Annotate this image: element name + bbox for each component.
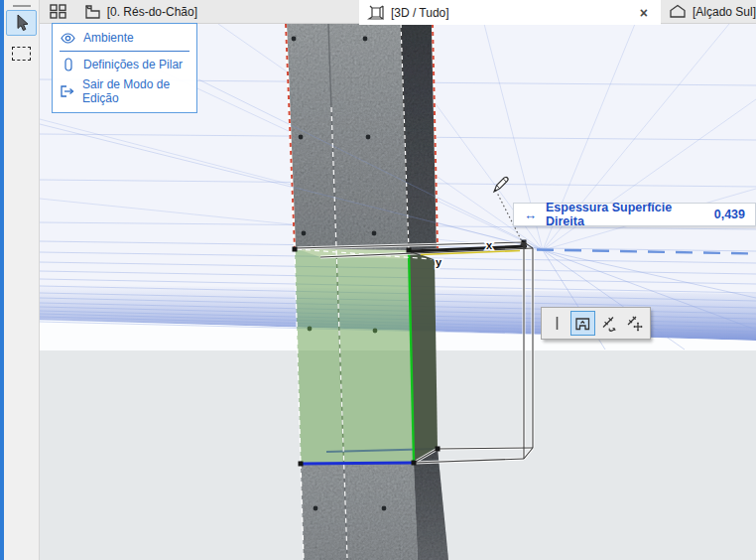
marquee-tool-button[interactable]	[6, 41, 37, 67]
tab-label: [0. Rés-do-Chão]	[107, 5, 197, 19]
menu-item-label: Sair de Modo de Edição	[82, 77, 189, 105]
exit-icon	[61, 85, 74, 97]
arrow-cursor-icon	[13, 14, 31, 33]
pet-stretch-edge-tool[interactable]	[596, 311, 621, 336]
tab-3d-all[interactable]: [3D / Tudo] ×	[359, 0, 661, 25]
offset-edge-icon	[573, 314, 592, 333]
y-axis-label: y	[436, 256, 442, 268]
pet-offset-edge-tool[interactable]	[570, 311, 595, 336]
pet-move-edge-tool[interactable]	[622, 311, 647, 336]
pet-edge-line-tool[interactable]	[545, 311, 569, 336]
tab-label: [Alçado Sul]	[693, 5, 756, 19]
x-axis-label: x	[486, 239, 493, 251]
menu-item-label: Definições de Pilar	[83, 58, 183, 71]
menu-item-exit-edit-mode[interactable]: Sair de Modo de Edição	[53, 74, 196, 108]
edge-line-icon	[548, 314, 567, 333]
pet-palette	[541, 307, 651, 340]
application-window: x y	[0, 0, 756, 560]
tab-floor-plan[interactable]: [0. Rés-do-Chão]	[76, 0, 359, 23]
tab-label: [3D / Tudo]	[391, 6, 449, 20]
double-arrow-icon: ↔	[524, 208, 537, 222]
quad-view-button[interactable]	[40, 0, 76, 23]
floor-plan-icon	[84, 4, 101, 19]
toolbox-drag-handle[interactable]	[13, 5, 31, 7]
cube-3d-icon	[367, 4, 385, 21]
select-tool-button[interactable]	[6, 10, 37, 36]
toolbox-panel	[0, 0, 40, 560]
edit-context-menu: Ambiente Definições de Pilar Sair de Mod…	[52, 23, 197, 113]
elevation-icon	[669, 4, 687, 19]
tab-bar: [0. Rés-do-Chão] [3D / Tudo] × [Alçado S…	[40, 0, 756, 24]
tab-close-icon[interactable]: ×	[640, 6, 648, 20]
move-edge-icon	[625, 314, 644, 333]
menu-item-ambiente[interactable]: Ambiente	[53, 28, 196, 48]
tab-elevation-south[interactable]: [Alçado Sul]	[661, 0, 756, 23]
tracker-tooltip: ↔ Espessura Superfície Direita 0,439	[513, 203, 756, 226]
menu-separator	[60, 51, 189, 52]
edit-highlight-green[interactable]	[295, 248, 438, 464]
menu-item-column-settings[interactable]: Definições de Pilar	[53, 55, 196, 74]
toolbox-accent-strip	[0, 0, 4, 560]
eye-icon	[61, 33, 75, 44]
tracker-value: 0,439	[714, 208, 745, 221]
stretch-edge-icon	[599, 314, 618, 333]
profile-blue-edge[interactable]	[301, 463, 414, 464]
column-icon	[61, 58, 75, 71]
marquee-icon	[12, 47, 31, 61]
tracker-label: Espessura Superfície Direita	[546, 201, 706, 228]
quad-view-icon	[50, 4, 66, 19]
menu-item-label: Ambiente	[83, 31, 134, 45]
